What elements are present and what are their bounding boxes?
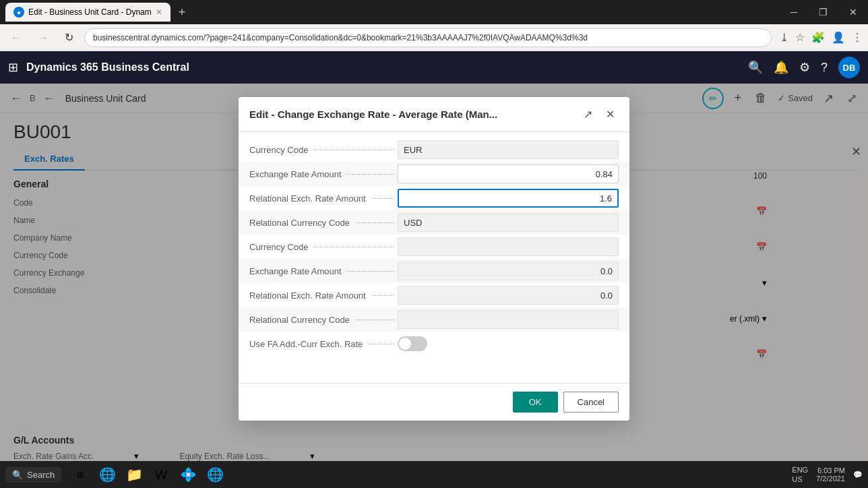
modal-label-currency-code-1: Currency Code xyxy=(249,145,398,155)
cancel-button[interactable]: Cancel xyxy=(563,392,619,413)
modal-field-relational-currency-code-2: Relational Currency Code xyxy=(239,307,629,332)
search-icon[interactable]: 🔍 xyxy=(748,60,763,75)
taskbar-windows-icon[interactable]: ⊞ xyxy=(69,464,91,485)
active-browser-tab[interactable]: ● Edit - Business Unit Card - Dynam ✕ xyxy=(5,3,170,22)
modal-label-use-fa-toggle: Use FA Add.-Curr Exch. Rate xyxy=(249,339,398,349)
browser-close-button[interactable]: ✕ xyxy=(844,4,863,20)
modal-footer: OK Cancel xyxy=(239,383,629,421)
modal-label-exchange-rate-amount-2: Exchange Rate Amount xyxy=(249,266,398,276)
modal-field-relational-exch-rate-2: Relational Exch. Rate Amount xyxy=(239,283,629,307)
taskbar-search-label[interactable]: Search xyxy=(27,470,55,480)
modal-field-use-fa-toggle: Use FA Add.-Curr Exch. Rate xyxy=(239,332,629,356)
help-icon[interactable]: ? xyxy=(821,61,828,75)
browser-toolbar-icons: ⤓ ☆ 🧩 👤 ⋮ xyxy=(780,31,863,44)
modal-input-relational-exch-rate-2[interactable] xyxy=(398,286,619,305)
modal-header: Edit - Change Exchange Rate - Average Ra… xyxy=(239,97,629,132)
browser-window-controls: ─ ❐ ✕ xyxy=(785,4,863,20)
forward-button[interactable]: → xyxy=(32,29,54,47)
modal-field-currency-code-1: Currency Code xyxy=(239,138,629,162)
modal-input-currency-code-2[interactable] xyxy=(398,237,619,256)
modal-input-exchange-rate-amount-1[interactable] xyxy=(398,164,619,183)
new-tab-button[interactable]: + xyxy=(179,5,186,20)
modal-input-exchange-rate-amount-2[interactable] xyxy=(398,262,619,280)
tab-close-button[interactable]: ✕ xyxy=(156,7,162,17)
modal-input-relational-currency-code-2[interactable] xyxy=(398,310,619,329)
modal-overlay: Edit - Change Exchange Rate - Average Ra… xyxy=(0,84,868,488)
app-header: ⊞ Dynamics 365 Business Central 🔍 🔔 ⚙ ? … xyxy=(0,51,868,84)
modal-label-exchange-rate-amount-1: Exchange Rate Amount xyxy=(249,169,398,179)
address-bar[interactable] xyxy=(84,28,772,47)
modal-field-exchange-rate-amount-1: Exchange Rate Amount xyxy=(239,162,629,186)
modal-body: Currency Code Exchange Rate Amount xyxy=(239,132,629,383)
taskbar-ie-icon[interactable]: 🌐 xyxy=(96,464,118,485)
browser-titlebar: ● Edit - Business Unit Card - Dynam ✕ + … xyxy=(0,0,868,24)
back-button[interactable]: ← xyxy=(5,29,27,47)
browser-minimize-button[interactable]: ─ xyxy=(785,4,803,20)
modal-field-currency-code-2: Currency Code xyxy=(239,235,629,259)
page-content: ← B ← Business Unit Card ✏ + 🗑 ✓ Saved ↗… xyxy=(0,84,868,488)
taskbar-word-icon[interactable]: W xyxy=(150,464,172,485)
notifications-icon[interactable]: 🔔 xyxy=(774,60,788,75)
download-icon[interactable]: ⤓ xyxy=(780,31,788,44)
modal-expand-button[interactable]: ↗ xyxy=(580,106,596,122)
taskbar-search[interactable]: 🔍 Search xyxy=(5,467,61,483)
taskbar-right: ENGUS 6:03 PM 7/2/2021 💬 xyxy=(792,465,863,485)
taskbar-locale: ENGUS xyxy=(792,465,808,485)
avatar[interactable]: DB xyxy=(838,57,860,78)
bookmark-icon[interactable]: ☆ xyxy=(795,31,805,44)
taskbar-time: 6:03 PM 7/2/2021 xyxy=(816,466,845,483)
modal-label-relational-exch-rate-2: Relational Exch. Rate Amount xyxy=(249,291,398,301)
modal-dialog: Edit - Change Exchange Rate - Average Ra… xyxy=(239,97,629,421)
browser-restore-button[interactable]: ❐ xyxy=(813,4,833,20)
taskbar-app1-icon[interactable]: 💠 xyxy=(177,464,199,485)
app-title: Dynamics 365 Business Central xyxy=(26,61,740,73)
modal-header-actions: ↗ ✕ xyxy=(580,106,619,122)
notification-icon[interactable]: 💬 xyxy=(853,470,863,479)
modal-input-relational-exch-rate-1[interactable] xyxy=(398,189,619,208)
tab-favicon: ● xyxy=(13,7,24,18)
ok-button[interactable]: OK xyxy=(513,392,558,413)
tab-title: Edit - Business Unit Card - Dynam xyxy=(28,7,152,17)
modal-label-currency-code-2: Currency Code xyxy=(249,242,398,252)
modal-field-relational-currency-code-1: Relational Currency Code xyxy=(239,210,629,235)
use-fa-toggle[interactable] xyxy=(398,336,427,351)
modal-title: Edit - Change Exchange Rate - Average Ra… xyxy=(249,109,574,120)
refresh-button[interactable]: ↻ xyxy=(59,28,79,47)
modal-close-button[interactable]: ✕ xyxy=(602,106,619,122)
modal-label-relational-exch-rate-1: Relational Exch. Rate Amount xyxy=(249,193,398,204)
taskbar: 🔍 Search ⊞ 🌐 📁 W 💠 🌐 ENGUS 6:03 PM 7/2/2… xyxy=(0,461,868,488)
modal-label-relational-currency-code-2: Relational Currency Code xyxy=(249,315,398,325)
modal-input-relational-currency-code-1[interactable] xyxy=(398,213,619,232)
taskbar-explorer-icon[interactable]: 📁 xyxy=(123,464,145,485)
toggle-slider xyxy=(398,336,427,351)
extensions-icon[interactable]: 🧩 xyxy=(811,31,825,44)
taskbar-chrome-icon[interactable]: 🌐 xyxy=(204,464,226,485)
profile-icon[interactable]: 👤 xyxy=(832,31,845,44)
app-grid-icon[interactable]: ⊞ xyxy=(8,60,18,75)
browser-toolbar: ← → ↻ ⤓ ☆ 🧩 👤 ⋮ xyxy=(0,24,868,51)
taskbar-app-icons: ⊞ 🌐 📁 W 💠 🌐 xyxy=(69,464,226,485)
app-header-icons: 🔍 🔔 ⚙ ? DB xyxy=(748,57,860,78)
modal-input-currency-code-1[interactable] xyxy=(398,140,619,159)
modal-label-relational-currency-code-1: Relational Currency Code xyxy=(249,218,398,228)
taskbar-search-icon: 🔍 xyxy=(12,470,23,480)
menu-icon[interactable]: ⋮ xyxy=(852,31,863,44)
modal-field-relational-exch-rate-1: Relational Exch. Rate Amount xyxy=(239,186,629,210)
settings-icon[interactable]: ⚙ xyxy=(799,60,810,75)
modal-field-exchange-rate-amount-2: Exchange Rate Amount xyxy=(239,259,629,283)
